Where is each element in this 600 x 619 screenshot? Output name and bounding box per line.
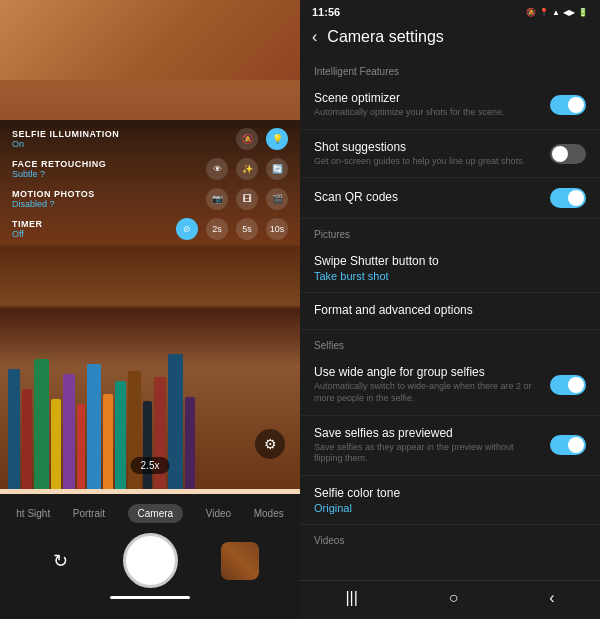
format-options-title: Format and advanced options (314, 303, 576, 317)
status-bar: 11:56 🔕 📍 ▲ ◀▶ 🔋 (300, 0, 600, 22)
motion-photos-value: Disabled ? (12, 199, 95, 209)
wide-angle-desc: Automatically switch to wide-angle when … (314, 381, 540, 404)
swipe-shutter-item[interactable]: Swipe Shutter button to Take burst shot (300, 244, 600, 293)
camera-settings-overlay: SELFIE ILLUMINATION On 🔕 💡 FACE RETOUCHI… (0, 120, 300, 256)
camera-bottom-bar: ht Sight Portrait Camera Video Modes ↻ (0, 494, 300, 619)
zoom-level[interactable]: 2.5x (131, 457, 170, 474)
save-previewed-title: Save selfies as previewed (314, 426, 540, 440)
location-icon: 📍 (539, 8, 549, 17)
timer-label: TIMER (12, 219, 92, 229)
book (34, 359, 49, 489)
wifi-icon: ◀▶ (563, 8, 575, 17)
settings-panel: 11:56 🔕 📍 ▲ ◀▶ 🔋 ‹ Camera settings Intel… (300, 0, 600, 619)
mode-camera[interactable]: Camera (128, 504, 184, 523)
retouching-icon-2[interactable]: ✨ (236, 158, 258, 180)
format-options-item[interactable]: Format and advanced options (300, 293, 600, 330)
retouching-icon-3[interactable]: 🔄 (266, 158, 288, 180)
status-icons: 🔕 📍 ▲ ◀▶ 🔋 (526, 8, 588, 17)
wide-angle-toggle[interactable] (550, 375, 586, 395)
scan-qr-item[interactable]: Scan QR codes (300, 178, 600, 219)
timer-5s-icon[interactable]: 5s (236, 218, 258, 240)
swipe-shutter-title: Swipe Shutter button to (314, 254, 576, 268)
save-previewed-item[interactable]: Save selfies as previewed Save selfies a… (300, 416, 600, 476)
nav-back[interactable]: ‹ (549, 589, 554, 607)
selfie-illumination-row: SELFIE ILLUMINATION On 🔕 💡 (12, 128, 288, 150)
mode-portrait[interactable]: Portrait (73, 508, 105, 519)
face-retouching-setting: FACE RETOUCHING Subtle ? (12, 159, 106, 179)
book (63, 374, 75, 489)
face-retouching-label: FACE RETOUCHING (12, 159, 106, 169)
shot-suggestions-toggle[interactable] (550, 144, 586, 164)
timer-setting: TIMER Off (12, 219, 92, 239)
scene-optimizer-toggle[interactable] (550, 95, 586, 115)
shot-suggestions-title: Shot suggestions (314, 140, 540, 154)
settings-title: Camera settings (327, 28, 444, 46)
nav-recent-apps[interactable]: ||| (345, 589, 357, 607)
color-tone-text: Selfie color tone Original (314, 486, 586, 514)
home-indicator (110, 596, 190, 599)
notification-icon: 🔕 (526, 8, 536, 17)
face-retouching-row: FACE RETOUCHING Subtle ? 👁 ✨ 🔄 (12, 158, 288, 180)
scan-qr-toggle[interactable] (550, 188, 586, 208)
save-previewed-toggle[interactable] (550, 435, 586, 455)
motion-photos-icons: 📷 🎞 🎬 (206, 188, 288, 210)
save-previewed-text: Save selfies as previewed Save selfies a… (314, 426, 550, 465)
wide-angle-text: Use wide angle for group selfies Automat… (314, 365, 550, 404)
color-tone-item[interactable]: Selfie color tone Original (300, 476, 600, 525)
shutter-button[interactable] (123, 533, 178, 588)
scene-optimizer-item[interactable]: Scene optimizer Automatically optimize y… (300, 81, 600, 130)
color-tone-value: Original (314, 502, 576, 514)
motion-icon-2[interactable]: 🎞 (236, 188, 258, 210)
mode-night[interactable]: ht Sight (16, 508, 50, 519)
camera-panel: SELFIE ILLUMINATION On 🔕 💡 FACE RETOUCHI… (0, 0, 300, 619)
timer-row: TIMER Off ⊘ 2s 5s 10s (12, 218, 288, 240)
book (77, 404, 85, 489)
camera-modes-row: ht Sight Portrait Camera Video Modes (0, 504, 300, 523)
settings-header: ‹ Camera settings (300, 22, 600, 56)
section-selfies: Selfies (300, 330, 600, 355)
scan-qr-title: Scan QR codes (314, 190, 540, 204)
wide-angle-item[interactable]: Use wide angle for group selfies Automat… (300, 355, 600, 415)
motion-icon-3[interactable]: 🎬 (266, 188, 288, 210)
flash-off-icon[interactable]: 🔕 (236, 128, 258, 150)
camera-gear-icon[interactable]: ⚙ (255, 429, 285, 459)
book (115, 381, 126, 489)
mode-more[interactable]: Modes (254, 508, 284, 519)
timer-off-icon[interactable]: ⊘ (176, 218, 198, 240)
selfie-illumination-value: On (12, 139, 119, 149)
section-pictures: Pictures (300, 219, 600, 244)
book (143, 401, 152, 489)
battery-icon: 🔋 (578, 8, 588, 17)
selfie-illumination-icons: 🔕 💡 (236, 128, 288, 150)
back-button[interactable]: ‹ (312, 28, 317, 46)
shot-suggestions-text: Shot suggestions Get on-screen guides to… (314, 140, 550, 168)
scene-optimizer-desc: Automatically optimize your shots for th… (314, 107, 540, 119)
book (87, 364, 101, 489)
flash-on-icon[interactable]: 💡 (266, 128, 288, 150)
shot-suggestions-item[interactable]: Shot suggestions Get on-screen guides to… (300, 130, 600, 179)
mode-video[interactable]: Video (206, 508, 231, 519)
bottom-navigation: ||| ○ ‹ (300, 580, 600, 619)
retouching-icon-1[interactable]: 👁 (206, 158, 228, 180)
timer-10s-icon[interactable]: 10s (266, 218, 288, 240)
gallery-thumbnail[interactable] (221, 542, 259, 580)
color-tone-title: Selfie color tone (314, 486, 576, 500)
book (185, 397, 195, 489)
section-videos: Videos (300, 525, 600, 550)
swipe-shutter-value: Take burst shot (314, 270, 576, 282)
book (168, 354, 183, 489)
motion-photos-row: MOTION PHOTOS Disabled ? 📷 🎞 🎬 (12, 188, 288, 210)
nav-home[interactable]: ○ (449, 589, 459, 607)
signal-icon: ▲ (552, 8, 560, 17)
face-retouching-value: Subtle ? (12, 169, 106, 179)
save-previewed-desc: Save selfies as they appear in the previ… (314, 442, 540, 465)
flip-camera-button[interactable]: ↻ (42, 542, 80, 580)
book (51, 399, 61, 489)
camera-controls: ↻ (0, 533, 300, 588)
scene-optimizer-title: Scene optimizer (314, 91, 540, 105)
status-time: 11:56 (312, 6, 340, 18)
motion-icon-1[interactable]: 📷 (206, 188, 228, 210)
timer-2s-icon[interactable]: 2s (206, 218, 228, 240)
timer-value: Off (12, 229, 92, 239)
face-retouching-icons: 👁 ✨ 🔄 (206, 158, 288, 180)
